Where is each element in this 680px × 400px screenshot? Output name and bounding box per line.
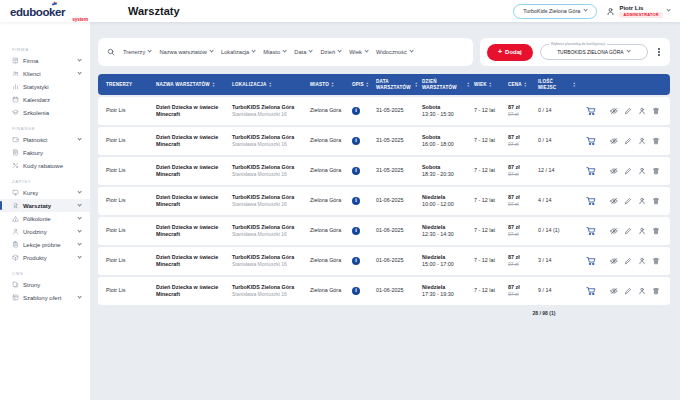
filter-dzien[interactable]: Dzień xyxy=(321,49,342,55)
column-header-nazwa-warsztatow[interactable]: NAZWA WARSZTATÓW▲▼ xyxy=(156,82,232,88)
trash-icon[interactable] xyxy=(652,167,660,175)
sidebar: FIRMAFirmaKlienciStatystykiKalendarzSzko… xyxy=(0,22,90,400)
info-icon[interactable]: i xyxy=(352,227,360,235)
trash-icon[interactable] xyxy=(652,287,660,295)
eye-off-icon[interactable] xyxy=(610,257,618,265)
cart-icon[interactable] xyxy=(586,136,596,146)
info-icon[interactable]: i xyxy=(352,257,360,265)
kebab-menu-icon[interactable] xyxy=(655,48,663,56)
cart-icon[interactable] xyxy=(586,286,596,296)
sidebar-item-polkolonie[interactable]: Półkolonie xyxy=(0,212,90,225)
sidebar-item-kalendarz[interactable]: Kalendarz xyxy=(0,93,90,106)
user-icon[interactable] xyxy=(638,227,646,235)
sidebar-item-label: Faktury xyxy=(23,150,43,156)
search-icon xyxy=(107,48,115,56)
filter-label: Wiek xyxy=(349,49,362,55)
user-icon[interactable] xyxy=(638,257,646,265)
trash-icon[interactable] xyxy=(652,227,660,235)
cart-icon[interactable] xyxy=(586,106,596,116)
info-icon[interactable]: i xyxy=(352,107,360,115)
cell-capacity: 12 / 14 xyxy=(538,167,580,174)
sidebar-item-lekcje-probne[interactable]: Lekcje próbne xyxy=(0,238,90,251)
user-icon[interactable] xyxy=(638,167,646,175)
sidebar-item-kursy[interactable]: Kursy xyxy=(0,186,90,199)
percent-icon xyxy=(12,162,19,169)
sidebar-item-szkolenia[interactable]: Szkolenia xyxy=(0,106,90,119)
trash-icon[interactable] xyxy=(652,107,660,115)
capacity-summary: 28 / 98 (1) xyxy=(508,310,580,316)
pencil-icon[interactable] xyxy=(624,167,632,175)
sidebar-item-kody-rabatowe[interactable]: Kody rabatowe xyxy=(0,159,90,172)
sort-icon: ▲▼ xyxy=(573,82,576,88)
sidebar-item-faktury[interactable]: Faktury xyxy=(0,146,90,159)
pencil-icon[interactable] xyxy=(624,107,632,115)
info-icon[interactable]: i xyxy=(352,137,360,145)
pencil-icon[interactable] xyxy=(624,197,632,205)
cart-icon[interactable] xyxy=(586,256,596,266)
add-button[interactable]: + Dodaj xyxy=(487,44,533,61)
column-header-ilosc-miejsc[interactable]: ILOŚĆ MIEJSC▲▼ xyxy=(538,79,580,90)
pencil-icon[interactable] xyxy=(624,137,632,145)
cell-city: Zielona Góra xyxy=(310,107,352,114)
column-header-wiek[interactable]: WIEK▲▼ xyxy=(474,82,508,88)
eye-off-icon[interactable] xyxy=(610,107,618,115)
trash-icon[interactable] xyxy=(652,197,660,205)
sidebar-item-urodziny[interactable]: Urodziny xyxy=(0,225,90,238)
cart-icon[interactable] xyxy=(586,196,596,206)
column-header-data-warsztatow[interactable]: DATA WARSZTATÓW▲▼ xyxy=(376,79,422,90)
column-header-cena[interactable]: CENA▲▼ xyxy=(508,82,538,88)
eye-off-icon[interactable] xyxy=(610,287,618,295)
filter-lokalizacja[interactable]: Lokalizacja xyxy=(221,49,255,55)
table-row: Piotr LisDzień Dziecka w świecie Minecra… xyxy=(98,187,670,215)
sidebar-item-label: Warsztaty xyxy=(23,203,51,209)
sidebar-item-szablony-ofert[interactable]: Szablony ofert xyxy=(0,291,90,304)
pencil-icon[interactable] xyxy=(624,257,632,265)
pencil-icon[interactable] xyxy=(624,287,632,295)
cell-actions xyxy=(602,167,662,175)
filter-trenerzy[interactable]: Trenerzy xyxy=(123,49,151,55)
trash-icon[interactable] xyxy=(652,257,660,265)
sidebar-item-platnosci[interactable]: Płatności xyxy=(0,133,90,146)
cart-icon[interactable] xyxy=(586,226,596,236)
column-header-miasto[interactable]: MIASTO▲▼ xyxy=(310,82,352,88)
sidebar-item-warsztaty[interactable]: Warsztaty xyxy=(0,199,90,212)
cell-cart xyxy=(580,226,602,236)
user-icon[interactable] xyxy=(638,137,646,145)
user-icon[interactable] xyxy=(638,197,646,205)
sort-icon: ▲▼ xyxy=(489,82,492,88)
sidebar-item-klienci[interactable]: Klienci xyxy=(0,67,90,80)
user-menu[interactable]: Piotr Lis ADMINISTRATOR xyxy=(606,5,670,18)
info-icon[interactable]: i xyxy=(352,167,360,175)
sidebar-item-produkty[interactable]: Produkty xyxy=(0,251,90,264)
main-content: TrenerzyNazwa warsztatówLokalizacjaMiast… xyxy=(90,22,680,400)
sidebar-item-firma[interactable]: Firma xyxy=(0,54,90,67)
sidebar-item-label: Kursy xyxy=(23,190,38,196)
user-icon[interactable] xyxy=(638,107,646,115)
column-header-label: LOKALIZACJA xyxy=(232,82,267,87)
filter-wiek[interactable]: Wiek xyxy=(349,49,368,55)
pencil-icon[interactable] xyxy=(624,227,632,235)
eye-off-icon[interactable] xyxy=(610,167,618,175)
user-icon[interactable] xyxy=(638,287,646,295)
trash-icon[interactable] xyxy=(652,137,660,145)
info-icon[interactable]: i xyxy=(352,287,360,295)
sidebar-section-label-finanse: FINANSE xyxy=(12,126,90,131)
eye-off-icon[interactable] xyxy=(610,227,618,235)
sidebar-item-strony[interactable]: Strony xyxy=(0,278,90,291)
cart-icon[interactable] xyxy=(586,166,596,176)
column-header-lokalizacja[interactable]: LOKALIZACJA▲▼ xyxy=(232,82,310,88)
chevron-down-icon xyxy=(77,189,82,194)
sidebar-item-statystyki[interactable]: Statystyki xyxy=(0,80,90,93)
facility-config-select[interactable]: Wybierz placówkę do konfiguracji TURBOKI… xyxy=(540,44,648,60)
column-header-opis[interactable]: OPIS▲▼ xyxy=(352,82,376,88)
filter-widocznosc[interactable]: Widoczność xyxy=(376,49,413,55)
info-icon[interactable]: i xyxy=(352,197,360,205)
eye-off-icon[interactable] xyxy=(610,197,618,205)
chevron-down-icon xyxy=(337,49,342,54)
column-header-dzien-warsztatow[interactable]: DZIEŃ WARSZTATÓW▲▼ xyxy=(422,79,474,90)
filter-data[interactable]: Data xyxy=(294,49,312,55)
filter-nazwa-warsztatow[interactable]: Nazwa warsztatów xyxy=(159,49,213,55)
facility-pill-button[interactable]: TurboKids Zielona Góra xyxy=(513,4,597,19)
eye-off-icon[interactable] xyxy=(610,137,618,145)
filter-miasto[interactable]: Miasto xyxy=(263,49,286,55)
